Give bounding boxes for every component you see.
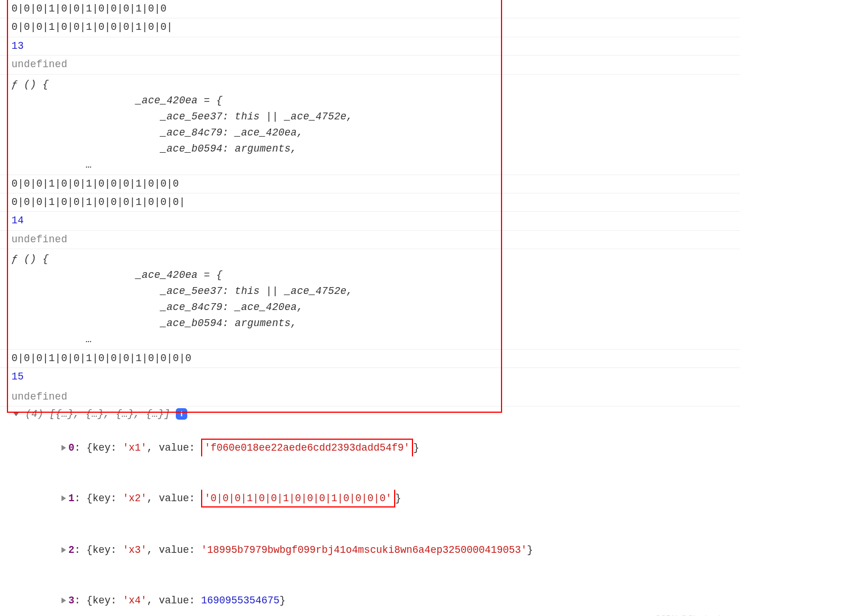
log-undefined[interactable]: undefined bbox=[0, 231, 740, 249]
log-line[interactable]: 0|0|0|1|0|0|1|0|0|0|1|0|0|0|0 bbox=[0, 350, 740, 368]
array-item[interactable]: 1: {key: 'x2', value: '0|0|0|1|0|0|1|0|0… bbox=[25, 473, 740, 525]
array-summary-text: (4) [{…}, {…}, {…}, {…}] bbox=[25, 408, 170, 420]
obj-key-string: 'x2' bbox=[123, 493, 147, 504]
log-line[interactable]: 0|0|0|1|0|0|1|0|0|0|1|0|0|0| bbox=[0, 193, 740, 212]
obj-text: : {key: bbox=[75, 442, 123, 454]
obj-text: : {key: bbox=[75, 595, 123, 606]
chevron-right-icon[interactable] bbox=[61, 547, 66, 553]
array-index: 2 bbox=[68, 544, 75, 556]
array-index: 3 bbox=[68, 595, 75, 606]
chevron-right-icon[interactable] bbox=[61, 495, 66, 501]
obj-key-string: 'x1' bbox=[123, 442, 147, 454]
log-line[interactable]: 0|0|0|1|0|0|1|0|0|0|1|0|0|0 bbox=[0, 175, 740, 193]
closing-brace: } bbox=[280, 595, 286, 606]
log-function[interactable]: ƒ () { _ace_420ea = { _ace_5ee37: this |… bbox=[0, 75, 740, 175]
array-item[interactable]: 3: {key: 'x4', value: 1690955354675} bbox=[25, 575, 740, 616]
info-icon[interactable]: i bbox=[176, 408, 187, 420]
array-summary[interactable]: (4) [{…}, {…}, {…}, {…}] i bbox=[0, 406, 740, 421]
obj-text: , value: bbox=[147, 544, 202, 556]
obj-key-string: 'x4' bbox=[123, 595, 147, 606]
closing-brace: } bbox=[413, 442, 419, 454]
obj-text: , value: bbox=[147, 442, 202, 454]
log-line[interactable]: 0|0|0|1|0|0|1|0|0|0|1|0|0 bbox=[0, 0, 740, 18]
log-line[interactable]: 13 bbox=[0, 37, 740, 56]
obj-value-number: 1690955354675 bbox=[201, 595, 280, 606]
log-undefined[interactable]: undefined bbox=[0, 388, 740, 406]
array-index: 1 bbox=[68, 493, 75, 504]
log-line[interactable]: 15 bbox=[0, 368, 740, 384]
log-function[interactable]: ƒ () { _ace_420ea = { _ace_5ee37: this |… bbox=[0, 249, 740, 350]
obj-key-string: 'x3' bbox=[123, 544, 147, 556]
obj-text: , value: bbox=[147, 595, 202, 606]
obj-text: : {key: bbox=[75, 493, 123, 504]
array-item[interactable]: 2: {key: 'x3', value: '18995b7979bwbgf09… bbox=[25, 525, 740, 575]
watermark: CSDN @Charles-L bbox=[656, 614, 723, 616]
log-line[interactable]: 0|0|0|1|0|0|1|0|0|0|1|0|0| bbox=[0, 18, 740, 37]
obj-text: : {key: bbox=[75, 544, 123, 556]
console-output: 0|0|0|1|0|0|1|0|0|0|1|0|0 0|0|0|1|0|0|1|… bbox=[0, 0, 740, 616]
closing-brace: } bbox=[527, 544, 533, 556]
obj-text: , value: bbox=[147, 493, 202, 504]
chevron-right-icon[interactable] bbox=[61, 445, 66, 451]
closing-brace: } bbox=[395, 493, 402, 504]
obj-value-string: 'f060e018ee22aede6cdd2393dadd54f9' bbox=[201, 439, 413, 456]
array-items: 0: {key: 'x1', value: 'f060e018ee22aede6… bbox=[0, 421, 740, 616]
array-index: 0 bbox=[68, 442, 75, 454]
obj-value-string: '0|0|0|1|0|0|1|0|0|0|1|0|0|0|0' bbox=[201, 490, 395, 507]
obj-value-string: '18995b7979bwbgf099rbj41o4mscuki8wn6a4ep… bbox=[201, 544, 527, 556]
chevron-right-icon[interactable] bbox=[61, 598, 66, 603]
chevron-down-icon[interactable] bbox=[13, 412, 20, 416]
array-item[interactable]: 0: {key: 'x1', value: 'f060e018ee22aede6… bbox=[25, 421, 740, 473]
log-line[interactable]: 14 bbox=[0, 212, 740, 230]
log-undefined[interactable]: undefined bbox=[0, 56, 740, 74]
